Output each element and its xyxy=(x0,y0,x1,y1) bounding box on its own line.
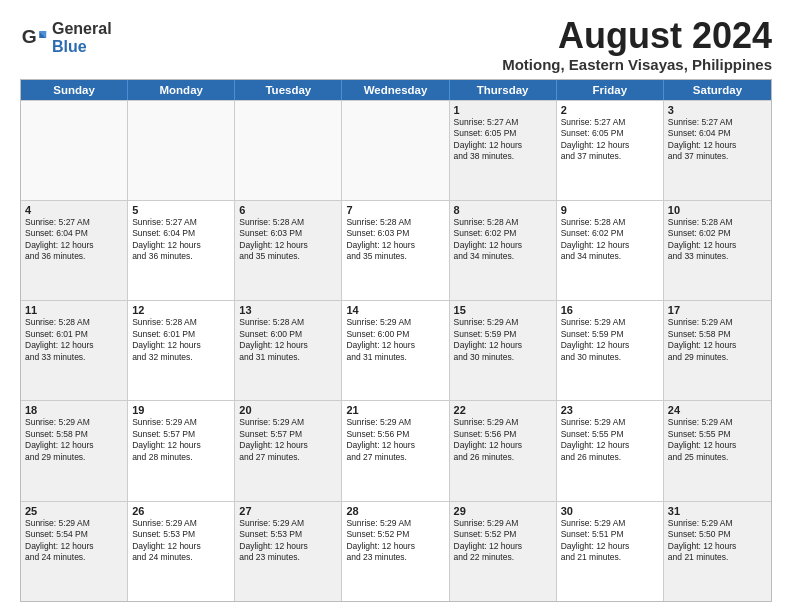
empty-cell xyxy=(128,101,235,200)
day-number: 16 xyxy=(561,304,659,316)
day-cell-10: 10Sunrise: 5:28 AM Sunset: 6:02 PM Dayli… xyxy=(664,201,771,300)
day-cell-14: 14Sunrise: 5:29 AM Sunset: 6:00 PM Dayli… xyxy=(342,301,449,400)
day-cell-5: 5Sunrise: 5:27 AM Sunset: 6:04 PM Daylig… xyxy=(128,201,235,300)
day-number: 29 xyxy=(454,505,552,517)
day-cell-29: 29Sunrise: 5:29 AM Sunset: 5:52 PM Dayli… xyxy=(450,502,557,601)
day-cell-16: 16Sunrise: 5:29 AM Sunset: 5:59 PM Dayli… xyxy=(557,301,664,400)
day-cell-4: 4Sunrise: 5:27 AM Sunset: 6:04 PM Daylig… xyxy=(21,201,128,300)
day-cell-24: 24Sunrise: 5:29 AM Sunset: 5:55 PM Dayli… xyxy=(664,401,771,500)
day-info: Sunrise: 5:28 AM Sunset: 6:02 PM Dayligh… xyxy=(454,217,552,263)
header-day-wednesday: Wednesday xyxy=(342,80,449,100)
day-info: Sunrise: 5:27 AM Sunset: 6:04 PM Dayligh… xyxy=(25,217,123,263)
header-day-saturday: Saturday xyxy=(664,80,771,100)
day-cell-17: 17Sunrise: 5:29 AM Sunset: 5:58 PM Dayli… xyxy=(664,301,771,400)
day-number: 22 xyxy=(454,404,552,416)
day-info: Sunrise: 5:28 AM Sunset: 6:01 PM Dayligh… xyxy=(25,317,123,363)
day-info: Sunrise: 5:29 AM Sunset: 5:52 PM Dayligh… xyxy=(346,518,444,564)
day-cell-9: 9Sunrise: 5:28 AM Sunset: 6:02 PM Daylig… xyxy=(557,201,664,300)
calendar: SundayMondayTuesdayWednesdayThursdayFrid… xyxy=(20,79,772,602)
day-info: Sunrise: 5:29 AM Sunset: 5:51 PM Dayligh… xyxy=(561,518,659,564)
day-number: 23 xyxy=(561,404,659,416)
logo-icon: G xyxy=(20,24,48,52)
day-info: Sunrise: 5:29 AM Sunset: 6:00 PM Dayligh… xyxy=(346,317,444,363)
logo-general: General xyxy=(52,20,112,38)
day-info: Sunrise: 5:29 AM Sunset: 5:54 PM Dayligh… xyxy=(25,518,123,564)
day-cell-31: 31Sunrise: 5:29 AM Sunset: 5:50 PM Dayli… xyxy=(664,502,771,601)
day-cell-23: 23Sunrise: 5:29 AM Sunset: 5:55 PM Dayli… xyxy=(557,401,664,500)
svg-text:G: G xyxy=(22,26,37,47)
main-title: August 2024 xyxy=(502,16,772,56)
calendar-row-0: 1Sunrise: 5:27 AM Sunset: 6:05 PM Daylig… xyxy=(21,100,771,200)
day-info: Sunrise: 5:27 AM Sunset: 6:04 PM Dayligh… xyxy=(132,217,230,263)
day-cell-22: 22Sunrise: 5:29 AM Sunset: 5:56 PM Dayli… xyxy=(450,401,557,500)
subtitle: Motiong, Eastern Visayas, Philippines xyxy=(502,56,772,73)
day-info: Sunrise: 5:29 AM Sunset: 5:58 PM Dayligh… xyxy=(668,317,767,363)
day-number: 17 xyxy=(668,304,767,316)
calendar-row-3: 18Sunrise: 5:29 AM Sunset: 5:58 PM Dayli… xyxy=(21,400,771,500)
day-info: Sunrise: 5:27 AM Sunset: 6:04 PM Dayligh… xyxy=(668,117,767,163)
day-info: Sunrise: 5:29 AM Sunset: 5:56 PM Dayligh… xyxy=(346,417,444,463)
day-number: 13 xyxy=(239,304,337,316)
day-number: 24 xyxy=(668,404,767,416)
day-number: 9 xyxy=(561,204,659,216)
day-number: 19 xyxy=(132,404,230,416)
day-cell-21: 21Sunrise: 5:29 AM Sunset: 5:56 PM Dayli… xyxy=(342,401,449,500)
header-day-monday: Monday xyxy=(128,80,235,100)
day-cell-12: 12Sunrise: 5:28 AM Sunset: 6:01 PM Dayli… xyxy=(128,301,235,400)
day-cell-30: 30Sunrise: 5:29 AM Sunset: 5:51 PM Dayli… xyxy=(557,502,664,601)
day-info: Sunrise: 5:28 AM Sunset: 6:01 PM Dayligh… xyxy=(132,317,230,363)
day-info: Sunrise: 5:29 AM Sunset: 5:56 PM Dayligh… xyxy=(454,417,552,463)
day-info: Sunrise: 5:28 AM Sunset: 6:03 PM Dayligh… xyxy=(239,217,337,263)
header-day-sunday: Sunday xyxy=(21,80,128,100)
day-cell-2: 2Sunrise: 5:27 AM Sunset: 6:05 PM Daylig… xyxy=(557,101,664,200)
day-number: 12 xyxy=(132,304,230,316)
header-day-tuesday: Tuesday xyxy=(235,80,342,100)
day-info: Sunrise: 5:28 AM Sunset: 6:02 PM Dayligh… xyxy=(561,217,659,263)
calendar-header: SundayMondayTuesdayWednesdayThursdayFrid… xyxy=(21,80,771,100)
day-cell-7: 7Sunrise: 5:28 AM Sunset: 6:03 PM Daylig… xyxy=(342,201,449,300)
day-number: 20 xyxy=(239,404,337,416)
day-info: Sunrise: 5:29 AM Sunset: 5:59 PM Dayligh… xyxy=(561,317,659,363)
day-info: Sunrise: 5:28 AM Sunset: 6:03 PM Dayligh… xyxy=(346,217,444,263)
day-cell-1: 1Sunrise: 5:27 AM Sunset: 6:05 PM Daylig… xyxy=(450,101,557,200)
day-number: 7 xyxy=(346,204,444,216)
day-info: Sunrise: 5:29 AM Sunset: 5:55 PM Dayligh… xyxy=(668,417,767,463)
calendar-body: 1Sunrise: 5:27 AM Sunset: 6:05 PM Daylig… xyxy=(21,100,771,601)
day-number: 15 xyxy=(454,304,552,316)
day-number: 3 xyxy=(668,104,767,116)
day-number: 31 xyxy=(668,505,767,517)
day-cell-11: 11Sunrise: 5:28 AM Sunset: 6:01 PM Dayli… xyxy=(21,301,128,400)
day-info: Sunrise: 5:29 AM Sunset: 5:53 PM Dayligh… xyxy=(239,518,337,564)
day-info: Sunrise: 5:29 AM Sunset: 5:53 PM Dayligh… xyxy=(132,518,230,564)
day-cell-15: 15Sunrise: 5:29 AM Sunset: 5:59 PM Dayli… xyxy=(450,301,557,400)
day-number: 8 xyxy=(454,204,552,216)
calendar-row-4: 25Sunrise: 5:29 AM Sunset: 5:54 PM Dayli… xyxy=(21,501,771,601)
day-info: Sunrise: 5:29 AM Sunset: 5:58 PM Dayligh… xyxy=(25,417,123,463)
calendar-row-1: 4Sunrise: 5:27 AM Sunset: 6:04 PM Daylig… xyxy=(21,200,771,300)
day-cell-6: 6Sunrise: 5:28 AM Sunset: 6:03 PM Daylig… xyxy=(235,201,342,300)
day-cell-8: 8Sunrise: 5:28 AM Sunset: 6:02 PM Daylig… xyxy=(450,201,557,300)
calendar-row-2: 11Sunrise: 5:28 AM Sunset: 6:01 PM Dayli… xyxy=(21,300,771,400)
day-info: Sunrise: 5:29 AM Sunset: 5:52 PM Dayligh… xyxy=(454,518,552,564)
day-cell-27: 27Sunrise: 5:29 AM Sunset: 5:53 PM Dayli… xyxy=(235,502,342,601)
empty-cell xyxy=(342,101,449,200)
day-number: 27 xyxy=(239,505,337,517)
day-info: Sunrise: 5:29 AM Sunset: 5:50 PM Dayligh… xyxy=(668,518,767,564)
day-number: 11 xyxy=(25,304,123,316)
day-info: Sunrise: 5:29 AM Sunset: 5:59 PM Dayligh… xyxy=(454,317,552,363)
day-info: Sunrise: 5:28 AM Sunset: 6:00 PM Dayligh… xyxy=(239,317,337,363)
empty-cell xyxy=(21,101,128,200)
day-cell-18: 18Sunrise: 5:29 AM Sunset: 5:58 PM Dayli… xyxy=(21,401,128,500)
day-number: 2 xyxy=(561,104,659,116)
logo-blue: Blue xyxy=(52,38,112,56)
day-info: Sunrise: 5:29 AM Sunset: 5:57 PM Dayligh… xyxy=(239,417,337,463)
day-number: 25 xyxy=(25,505,123,517)
day-info: Sunrise: 5:28 AM Sunset: 6:02 PM Dayligh… xyxy=(668,217,767,263)
day-number: 4 xyxy=(25,204,123,216)
empty-cell xyxy=(235,101,342,200)
day-cell-19: 19Sunrise: 5:29 AM Sunset: 5:57 PM Dayli… xyxy=(128,401,235,500)
day-number: 30 xyxy=(561,505,659,517)
day-number: 14 xyxy=(346,304,444,316)
title-block: August 2024 Motiong, Eastern Visayas, Ph… xyxy=(502,16,772,73)
day-number: 6 xyxy=(239,204,337,216)
